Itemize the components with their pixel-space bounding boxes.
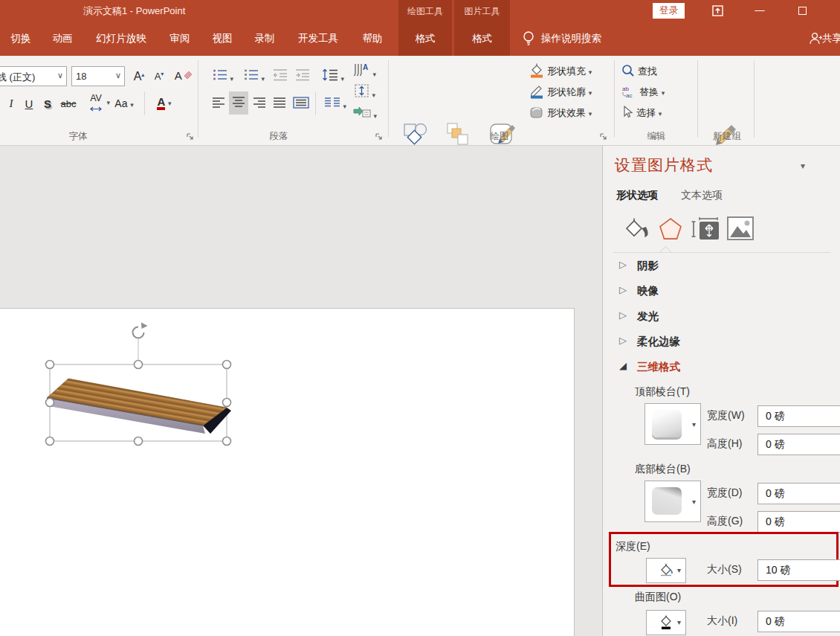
share-button[interactable]: 共享: [822, 21, 840, 56]
bottom-bevel-picker[interactable]: ▾: [644, 481, 701, 522]
expander-glow-icon[interactable]: ▷: [619, 309, 627, 321]
distribute-button[interactable]: [291, 93, 311, 114]
tab-view[interactable]: 视图: [206, 21, 239, 56]
expander-soft-edges-icon[interactable]: ▷: [619, 335, 627, 346]
align-text-icon: [355, 84, 369, 97]
tell-me-search[interactable]: 操作说明搜索: [541, 21, 623, 56]
expander-shadow-icon[interactable]: ▷: [619, 259, 627, 270]
convert-to-smartart-button[interactable]: ▾: [348, 103, 382, 121]
tab-animations[interactable]: 动画: [46, 21, 79, 56]
shape-fill-button[interactable]: 形状填充 ▾: [529, 62, 610, 80]
contour-color-picker[interactable]: ▾: [646, 610, 686, 635]
ribbon-tab-row: 切换 动画 幻灯片放映 审阅 视图 录制 开发工具 帮助 格式 格式 操作说明搜…: [0, 21, 840, 56]
expander-3d-format-icon[interactable]: ◢: [619, 360, 627, 371]
ribbon-display-options-icon[interactable]: [705, 0, 730, 21]
depth-size-input[interactable]: 10 磅: [757, 559, 840, 581]
ribbon: 线 (正文) ∨ 18 ∨ A▴ A▾ A I U S abc AV ▾ Aa …: [0, 56, 840, 146]
decrease-indent-button[interactable]: [271, 66, 290, 86]
clear-formatting-button[interactable]: A: [172, 65, 195, 86]
depth-color-picker[interactable]: ▾: [646, 558, 686, 583]
align-text-button[interactable]: ▾: [348, 83, 382, 100]
tab-review[interactable]: 审阅: [164, 21, 196, 56]
top-bevel-height-input[interactable]: 0 磅: [757, 434, 840, 455]
fill-line-icon[interactable]: [621, 216, 649, 245]
effects-icon[interactable]: [656, 216, 685, 245]
align-left-button[interactable]: [210, 93, 227, 114]
numbering-button[interactable]: ▾: [239, 66, 269, 86]
tab-transitions[interactable]: 切换: [4, 21, 37, 56]
strikethrough-button[interactable]: abc: [58, 93, 79, 114]
expander-reflection-icon[interactable]: ▷: [619, 284, 627, 295]
tab-picture-format[interactable]: 格式: [454, 21, 510, 56]
justify-button[interactable]: [271, 93, 288, 114]
picture-icon[interactable]: [726, 216, 755, 243]
shape-fill-icon: [529, 63, 544, 80]
justify-icon: [273, 97, 286, 109]
size-properties-icon[interactable]: [691, 216, 720, 245]
replace-button[interactable]: abac替换 ▾: [621, 83, 693, 101]
top-bevel-picker[interactable]: ▾: [644, 403, 701, 445]
bullets-button[interactable]: ▾: [208, 66, 238, 86]
contour-size-input[interactable]: 0 磅: [757, 611, 840, 632]
underline-button[interactable]: U: [21, 93, 37, 114]
font-name-combo[interactable]: 线 (正文) ∨: [0, 66, 67, 86]
paragraph-dialog-launcher[interactable]: [375, 131, 384, 141]
align-center-button[interactable]: [229, 91, 248, 115]
line-spacing-button[interactable]: ▾: [318, 66, 348, 86]
increase-indent-button[interactable]: [293, 66, 312, 86]
top-bevel-height-label: 高度(H): [707, 437, 742, 451]
font-group-label: 字体: [22, 129, 134, 143]
tab-help[interactable]: 帮助: [356, 21, 389, 56]
format-picture-panel: 设置图片格式 ▾ 形状选项 文本选项 ▷ 阴影 ▷ 映像 ▷ 发光 ▷ 柔化边缘…: [602, 146, 840, 636]
font-size-combo[interactable]: 18 ∨: [71, 66, 125, 86]
tab-slideshow[interactable]: 幻灯片放映: [86, 21, 156, 56]
font-color-button[interactable]: A ▾: [150, 91, 178, 114]
align-left-icon: [212, 97, 225, 109]
grow-font-button[interactable]: A▴: [129, 66, 149, 86]
section-reflection[interactable]: 映像: [637, 284, 659, 298]
rotate-handle-icon[interactable]: [133, 323, 148, 338]
align-right-button[interactable]: [251, 93, 268, 114]
paragraph-group-label: 段落: [223, 129, 335, 143]
align-center-icon: [232, 96, 245, 108]
tab-record[interactable]: 录制: [248, 21, 281, 56]
section-shadow[interactable]: 阴影: [637, 259, 659, 273]
numbering-icon: [244, 68, 259, 81]
workspace: [0, 146, 602, 636]
section-soft-edges[interactable]: 柔化边缘: [637, 335, 680, 349]
shapes-icon: [403, 123, 428, 147]
shape-outline-button[interactable]: 形状轮廓 ▾: [529, 83, 610, 101]
panel-menu-chevron-icon[interactable]: ▾: [801, 161, 805, 171]
contour-bucket-dropdown-icon: ▾: [677, 618, 681, 626]
tab-shape-options[interactable]: 形状选项: [616, 189, 658, 202]
tab-text-options[interactable]: 文本选项: [681, 189, 723, 202]
text-shadow-button[interactable]: S: [39, 93, 56, 114]
select-button[interactable]: 选择 ▾: [621, 104, 688, 122]
text-direction-button[interactable]: A ▾: [348, 62, 382, 80]
select-icon: [621, 106, 633, 121]
selected-wood-plank-shape[interactable]: [30, 320, 245, 454]
window-title: 演示文稿1 - PowerPoint: [83, 4, 185, 18]
columns-icon: [324, 97, 340, 109]
replace-icon: abac: [621, 85, 636, 100]
shrink-font-button[interactable]: A▾: [149, 66, 169, 86]
bottom-bevel-height-input[interactable]: 0 磅: [757, 511, 840, 533]
shape-effects-button[interactable]: 形状效果 ▾: [529, 104, 610, 122]
section-3d-format[interactable]: 三维格式: [637, 360, 680, 374]
font-dialog-launcher[interactable]: [186, 131, 196, 141]
section-glow[interactable]: 发光: [637, 309, 659, 324]
character-spacing-button[interactable]: AV ▾: [82, 91, 110, 114]
sign-in-button[interactable]: 登录: [653, 3, 685, 19]
bottom-bevel-width-input[interactable]: 0 磅: [757, 483, 840, 504]
columns-button[interactable]: ▾: [320, 93, 351, 114]
minimize-button[interactable]: —: [747, 0, 772, 21]
change-case-button[interactable]: Aa ▾: [112, 93, 137, 114]
tab-developer[interactable]: 开发工具: [290, 21, 346, 56]
top-bevel-width-input[interactable]: 0 磅: [757, 405, 840, 427]
contextual-header-picture-tools: 图片工具: [454, 0, 510, 21]
italic-button[interactable]: I: [3, 93, 19, 114]
depth-bucket-icon: [659, 563, 673, 578]
maximize-button[interactable]: [789, 0, 815, 21]
find-button[interactable]: 查找: [621, 62, 688, 80]
tab-drawing-format[interactable]: 格式: [398, 21, 452, 56]
